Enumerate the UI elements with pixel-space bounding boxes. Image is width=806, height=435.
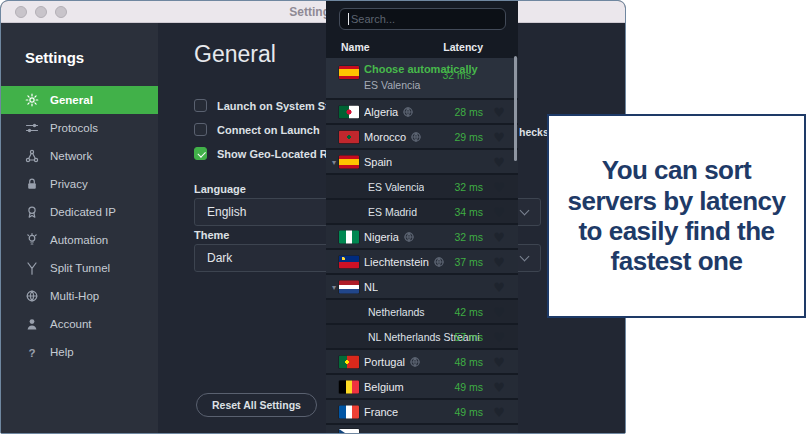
server-row-portugal[interactable]: Portugal48 ms♥	[326, 350, 518, 373]
server-row-partial[interactable]	[326, 425, 518, 433]
sidebar-item-general[interactable]: General	[1, 86, 158, 114]
flag-fr-icon	[339, 405, 359, 418]
sidebar-item-help[interactable]: ?Help	[1, 338, 158, 366]
scrollbar[interactable]	[514, 56, 517, 161]
favorite-heart-icon[interactable]: ♥	[493, 355, 505, 368]
reset-all-settings-button[interactable]: Reset All Settings	[196, 393, 317, 417]
flag-li-icon	[339, 255, 359, 268]
column-latency[interactable]: Latency	[443, 41, 483, 53]
sidebar-item-label: Automation	[50, 234, 108, 246]
sidebar-item-label: Account	[50, 318, 92, 330]
favorite-heart-icon[interactable]: ♥	[493, 305, 505, 318]
favorite-heart-icon[interactable]: ♥	[493, 105, 505, 118]
server-row-netherlands[interactable]: Netherlands42 ms♥	[326, 300, 518, 323]
latency-value: 49 ms	[454, 381, 483, 393]
favorite-heart-icon[interactable]: ♥	[493, 330, 505, 343]
sidebar-item-dedicated-ip[interactable]: Dedicated IP	[1, 198, 158, 226]
favorite-heart-icon[interactable]: ♥	[493, 380, 505, 393]
sidebar-item-automation[interactable]: Automation	[1, 226, 158, 254]
latency-value: 49 ms	[454, 406, 483, 418]
sidebar: Settings GeneralProtocolsNetworkPrivacyD…	[1, 23, 158, 434]
server-name-text: ES Madrid	[368, 206, 417, 218]
server-name-text: Portugal	[364, 356, 405, 368]
server-row-morocco[interactable]: Morocco29 ms♥	[326, 125, 518, 148]
sidebar-item-network[interactable]: Network	[1, 142, 158, 170]
dedicated-ip-icon	[25, 205, 39, 219]
sidebar-items: GeneralProtocolsNetworkPrivacyDedicated …	[1, 86, 158, 366]
sidebar-item-protocols[interactable]: Protocols	[1, 114, 158, 142]
flag-dz-icon	[339, 105, 359, 118]
sidebar-item-label: Privacy	[50, 178, 88, 190]
sidebar-item-split-tunnel[interactable]: Split Tunnel	[1, 254, 158, 282]
window-title: Settings	[1, 1, 625, 23]
server-name-text: Liechtenstein	[364, 256, 429, 268]
text-caret	[348, 13, 349, 25]
favorite-heart-icon[interactable]: ♥	[493, 130, 505, 143]
favorite-heart-icon[interactable]: ♥	[493, 180, 505, 193]
favorite-heart-icon[interactable]: ♥	[493, 405, 505, 418]
flag-pt-icon	[339, 355, 359, 368]
latency-value: 32 ms	[454, 231, 483, 243]
favorite-heart-icon[interactable]: ♥	[493, 155, 505, 168]
occluded-label-fragment: hecks	[519, 126, 549, 138]
server-name-text: Algeria	[364, 106, 398, 118]
checkbox-checked[interactable]	[194, 147, 207, 160]
server-rows: Choose automaticallyES Valencia32 msAlge…	[326, 58, 518, 433]
server-name: Belgium	[364, 381, 404, 393]
server-row-belgium[interactable]: Belgium49 ms♥	[326, 375, 518, 398]
server-row-es-madrid[interactable]: ES Madrid34 ms♥	[326, 200, 518, 223]
titlebar: Settings	[1, 1, 625, 23]
gear-icon	[25, 93, 39, 107]
favorite-heart-icon[interactable]: ♥	[493, 230, 505, 243]
minimize-button[interactable]	[35, 6, 47, 18]
latency-value: 48 ms	[454, 356, 483, 368]
sidebar-item-privacy[interactable]: Privacy	[1, 170, 158, 198]
sidebar-item-multi-hop[interactable]: Multi-Hop	[1, 282, 158, 310]
multi-hop-icon	[25, 289, 39, 303]
latency-value: 32 ms	[442, 69, 471, 81]
server-row-nl[interactable]: ▾NL♥	[326, 275, 518, 298]
column-name[interactable]: Name	[341, 41, 370, 53]
server-name-text: Morocco	[364, 131, 406, 143]
search-input[interactable]: Search...	[339, 8, 506, 30]
favorite-heart-icon[interactable]: ♥	[493, 280, 505, 293]
latency-value: 34 ms	[454, 206, 483, 218]
server-row-france[interactable]: France49 ms♥	[326, 400, 518, 423]
server-row-algeria[interactable]: Algeria28 ms♥	[326, 100, 518, 123]
sidebar-item-label: Multi-Hop	[50, 290, 99, 302]
favorite-heart-icon[interactable]: ♥	[493, 205, 505, 218]
close-button[interactable]	[15, 6, 27, 18]
flag-es-icon	[339, 155, 359, 168]
server-row-spain[interactable]: ▾Spain♥	[326, 150, 518, 173]
checkbox-label: Connect on Launch	[217, 124, 320, 136]
zoom-button[interactable]	[55, 6, 67, 18]
checkbox-unchecked[interactable]	[194, 123, 207, 136]
expand-triangle-icon[interactable]: ▾	[332, 282, 336, 291]
sidebar-title: Settings	[1, 23, 158, 66]
geo-globe-icon	[411, 132, 421, 142]
server-name-text: Spain	[364, 156, 392, 168]
sidebar-item-account[interactable]: Account	[1, 310, 158, 338]
flag-es-icon	[339, 66, 359, 79]
favorite-heart-icon[interactable]: ♥	[493, 255, 505, 268]
server-row-nl-netherlands-streaming-o-[interactable]: NL Netherlands Streaming O...57 ms♥	[326, 325, 518, 348]
expand-triangle-icon[interactable]: ▾	[332, 157, 336, 166]
language-label: Language	[194, 183, 246, 195]
server-row-nigeria[interactable]: Nigeria32 ms♥	[326, 225, 518, 248]
server-name: ES Valencia	[368, 181, 424, 193]
server-row-liechtenstein[interactable]: Liechtenstein37 ms♥	[326, 250, 518, 273]
server-name: Netherlands	[368, 306, 425, 318]
server-name-text: Nigeria	[364, 231, 399, 243]
geo-globe-icon	[434, 257, 444, 267]
automation-icon	[25, 233, 39, 247]
lock-icon	[25, 177, 39, 191]
server-row-es-valencia[interactable]: ES Valencia32 ms♥	[326, 175, 518, 198]
flag-cz-icon	[339, 429, 359, 433]
latency-value: 42 ms	[454, 306, 483, 318]
svg-text:?: ?	[28, 347, 35, 359]
server-list-panel: Search... Name Latency Choose automatica…	[326, 1, 518, 433]
checkbox-unchecked[interactable]	[194, 99, 207, 112]
server-row-choose-automatically[interactable]: Choose automaticallyES Valencia32 ms	[326, 58, 518, 98]
latency-value: 28 ms	[454, 106, 483, 118]
theme-value: Dark	[207, 251, 232, 265]
